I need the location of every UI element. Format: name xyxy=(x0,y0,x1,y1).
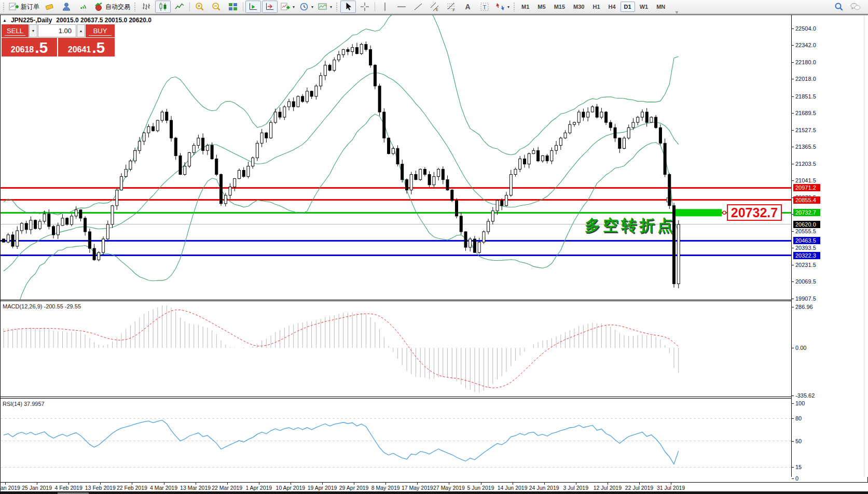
candle-body xyxy=(582,112,585,117)
bollinger-band-line[interactable] xyxy=(4,15,679,215)
candle-body xyxy=(310,91,313,96)
candle-body xyxy=(460,216,462,232)
highlight-rectangle[interactable] xyxy=(672,209,722,216)
timeframe-m1[interactable]: M1 xyxy=(518,2,533,12)
candle-body xyxy=(324,65,326,76)
date-label: 12 Jul 2019 xyxy=(589,485,626,491)
candle-body xyxy=(365,45,367,50)
tile-windows-button[interactable] xyxy=(225,1,241,13)
text-label-tool-button[interactable]: T xyxy=(477,1,492,13)
timeframe-m5[interactable]: M5 xyxy=(534,2,549,12)
timeframe-mn[interactable]: MN xyxy=(653,2,669,12)
candle-body xyxy=(618,138,621,148)
price-badge: 20855.4 xyxy=(793,196,820,204)
periods-dropdown[interactable]: ▾ xyxy=(311,5,313,9)
zoom-in-button[interactable] xyxy=(192,1,208,13)
candle-body xyxy=(355,48,358,54)
candle-body xyxy=(79,210,82,218)
cursor-tool-button[interactable] xyxy=(340,1,356,13)
trendline-tool-button[interactable] xyxy=(410,1,426,13)
trading-app-window: 新订单 自动交易 xyxy=(0,0,868,494)
profile-button[interactable] xyxy=(59,1,74,13)
candle-body xyxy=(25,223,27,230)
candle-body xyxy=(446,180,449,190)
text-label-icon: T xyxy=(479,2,490,12)
zoom-out-button[interactable] xyxy=(209,1,224,13)
templates-dropdown[interactable]: ▾ xyxy=(330,5,332,9)
pane-separator[interactable] xyxy=(1,397,822,397)
candle-body xyxy=(505,195,508,206)
template-icon xyxy=(318,2,328,12)
indicators-button[interactable]: ▾ xyxy=(279,1,296,13)
chart-shift-button[interactable] xyxy=(262,1,278,13)
new-order-button[interactable]: 新订单 xyxy=(7,1,41,13)
candle-body xyxy=(347,50,349,52)
timeframe-h4[interactable]: H4 xyxy=(605,2,619,12)
macd-indicator-label: MACD(12,26,9) -200.55 -29.55 xyxy=(3,303,81,309)
candle-body xyxy=(600,112,603,117)
toolbar-grip[interactable] xyxy=(3,2,5,11)
candle-body xyxy=(509,175,512,195)
callout-anchor[interactable] xyxy=(723,211,726,214)
bar-chart-button[interactable] xyxy=(139,1,154,13)
toolbar-separator xyxy=(189,2,190,11)
periods-button[interactable]: ▾ xyxy=(297,1,315,13)
arrows-dropdown[interactable]: ▾ xyxy=(507,5,509,9)
date-axis[interactable]: 16 Jan 201925 Jan 20194 Feb 201913 Feb 2… xyxy=(1,483,868,491)
rsi-pane[interactable] xyxy=(1,399,791,483)
timeframe-m30[interactable]: M30 xyxy=(570,2,588,12)
candle-body xyxy=(406,180,408,190)
bollinger-band-line[interactable] xyxy=(4,114,679,300)
candle-body xyxy=(265,133,268,138)
timeframe-m15[interactable]: M15 xyxy=(550,2,569,12)
macd-pane[interactable] xyxy=(1,301,791,397)
autotrade-button[interactable]: 自动交易 xyxy=(92,1,132,13)
date-label: 22 Jul 2019 xyxy=(621,485,657,491)
axis-label: 21203.5 xyxy=(795,161,816,167)
templates-button[interactable]: ▾ xyxy=(316,1,334,13)
line-chart-button[interactable] xyxy=(172,1,187,13)
candle-body xyxy=(125,170,127,177)
date-label: 14 Jun 2019 xyxy=(494,485,531,491)
search-button[interactable] xyxy=(831,1,847,13)
candle-body xyxy=(632,122,635,128)
horizontal-line-tool-button[interactable] xyxy=(394,1,409,13)
candle-body xyxy=(374,65,376,86)
toolbar-separator xyxy=(243,2,243,11)
pane-separator[interactable] xyxy=(1,300,822,300)
text-tool-button[interactable]: A xyxy=(460,1,476,13)
axis-label: 100 xyxy=(795,400,805,406)
candle-body xyxy=(116,190,118,206)
candle-body xyxy=(550,150,553,161)
timeframe-h1[interactable]: H1 xyxy=(589,2,603,12)
timeframe-d1[interactable]: D1 xyxy=(621,2,635,12)
candle-body xyxy=(98,252,100,260)
candlestick-chart-button[interactable] xyxy=(155,1,171,13)
vertical-line-tool-button[interactable] xyxy=(377,1,393,13)
chart-annotation-text[interactable]: 多空转折点 xyxy=(585,215,676,236)
crosshair-tool-button[interactable] xyxy=(357,1,373,13)
history-center-button[interactable] xyxy=(42,1,58,13)
toolbar-grip[interactable] xyxy=(513,2,516,11)
candle-body xyxy=(360,45,363,54)
date-label: 25 Jan 2019 xyxy=(19,485,55,491)
candle-body xyxy=(487,221,490,232)
auto-scroll-button[interactable] xyxy=(245,1,261,13)
price-chart-pane[interactable] xyxy=(1,15,791,300)
arrows-tool-button[interactable]: ▾ xyxy=(493,1,511,13)
timeframe-w1[interactable]: W1 xyxy=(636,2,652,12)
chat-icon xyxy=(850,2,861,12)
price-axis[interactable]: 22504.022342.022180.022018.021851.521689… xyxy=(791,15,868,477)
channel-tool-button[interactable]: E xyxy=(427,1,443,13)
svg-text:F: F xyxy=(453,8,455,12)
indicators-dropdown[interactable]: ▾ xyxy=(293,5,295,9)
chart-window: ▲ JPN225-,Daily 20015.0 20637.5 20015.0 … xyxy=(0,15,868,494)
toolbar-grip[interactable] xyxy=(336,2,338,11)
signal-icon xyxy=(78,2,88,12)
toolbar-grip[interactable] xyxy=(134,2,136,11)
signals-button[interactable] xyxy=(75,1,91,13)
candle-body xyxy=(283,107,286,117)
price-callout-label[interactable]: 20732.7 xyxy=(727,204,782,221)
chat-button[interactable] xyxy=(848,1,863,13)
fibonacci-tool-button[interactable]: F xyxy=(444,1,459,13)
